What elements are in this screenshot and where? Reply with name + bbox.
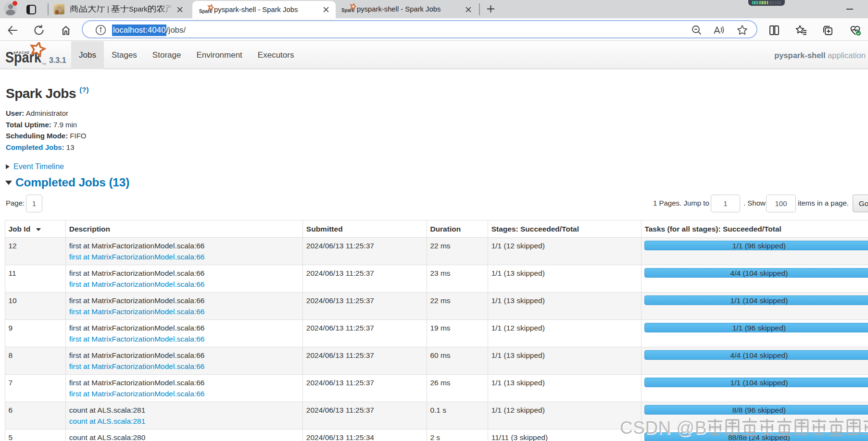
- svg-text:APACHE: APACHE: [13, 50, 30, 55]
- svg-text:TM: TM: [42, 62, 46, 65]
